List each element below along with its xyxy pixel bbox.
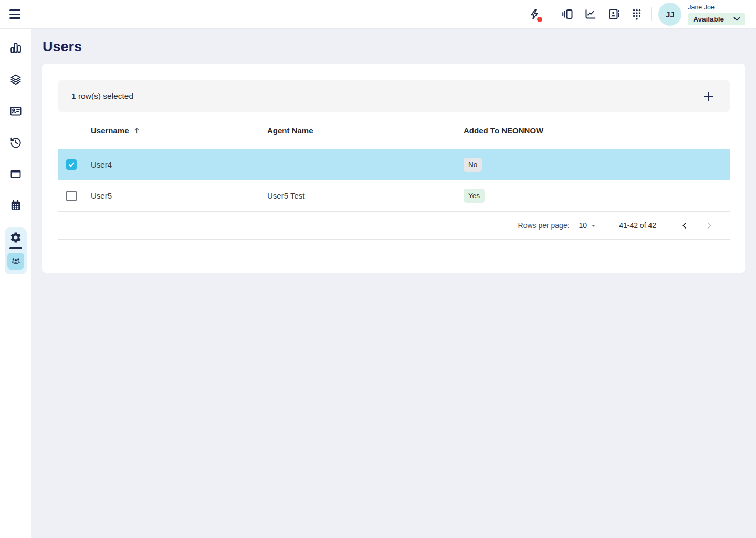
- divider: [553, 7, 553, 21]
- table-header-row: Username Agent Name Added To NEONNOW: [58, 112, 730, 149]
- cell-username: User4: [91, 160, 267, 169]
- menu-toggle-button[interactable]: [9, 7, 23, 21]
- topbar-actions: JJ Jane Joe Available: [523, 3, 756, 26]
- cell-username: User5: [91, 191, 267, 200]
- pagination-bar: Rows per page: 10 41-42 of 42: [58, 212, 730, 240]
- pagination-range: 41-42 of 42: [619, 221, 656, 230]
- chevron-down-icon: [733, 17, 740, 22]
- sidebar-item-contact-card[interactable]: [9, 105, 22, 117]
- main-content: Users 1 row(s) selected Username: [31, 29, 756, 273]
- user-name: Jane Joe: [688, 4, 715, 11]
- gear-icon: [9, 231, 22, 244]
- sidebar-item-window[interactable]: [9, 168, 22, 180]
- selection-count-label: 1 row(s) selected: [71, 91, 133, 101]
- sidebar-settings-group: [5, 227, 27, 274]
- sidebar-item-layers[interactable]: [9, 73, 22, 86]
- browser-window-icon: [9, 168, 22, 180]
- user-block: Jane Joe Available: [688, 4, 746, 25]
- avatar[interactable]: JJ: [658, 3, 681, 26]
- history-icon: [9, 136, 22, 149]
- plus-icon: [702, 90, 715, 102]
- column-header-agent-name[interactable]: Agent Name: [267, 126, 464, 135]
- next-page-button[interactable]: [701, 218, 717, 233]
- chevron-left-icon: [680, 221, 689, 230]
- sidebar: [0, 29, 31, 538]
- panels-button[interactable]: [556, 3, 579, 26]
- table-row[interactable]: User4 No: [58, 149, 730, 180]
- rows-per-page-value: 10: [579, 221, 587, 230]
- line-chart-icon: [584, 8, 597, 20]
- sidebar-item-calendar[interactable]: [9, 199, 22, 212]
- selection-toolbar: 1 row(s) selected: [58, 80, 730, 112]
- rows-per-page-label: Rows per page:: [518, 221, 570, 230]
- flash-notifications-button[interactable]: [523, 3, 546, 26]
- column-label: Username: [91, 126, 129, 135]
- chevron-right-icon: [705, 221, 714, 230]
- status-dropdown[interactable]: Available: [688, 13, 746, 25]
- notification-dot: [537, 17, 542, 22]
- previous-page-button[interactable]: [676, 218, 692, 233]
- divider: [651, 7, 652, 21]
- status-label: Available: [693, 15, 724, 23]
- sort-ascending-icon: [133, 127, 141, 134]
- added-status-badge: No: [464, 158, 482, 172]
- rows-per-page-select[interactable]: 10: [579, 221, 598, 230]
- bar-chart-icon: [9, 42, 22, 54]
- check-icon: [68, 161, 76, 169]
- calendar-icon: [9, 199, 22, 212]
- panels-icon: [561, 8, 574, 20]
- table-row[interactable]: User5 User5 Test Yes: [58, 180, 730, 212]
- select-arrow-icon: [589, 221, 598, 230]
- dialpad-icon: [631, 8, 643, 20]
- analytics-button[interactable]: [579, 3, 602, 26]
- users-group-icon: [10, 255, 22, 267]
- sidebar-item-users[interactable]: [7, 253, 24, 270]
- topbar: JJ Jane Joe Available: [0, 0, 756, 29]
- sidebar-item-settings[interactable]: [9, 231, 22, 244]
- column-header-username[interactable]: Username: [91, 126, 141, 135]
- row-checkbox-unchecked[interactable]: [66, 191, 77, 201]
- sidebar-item-history[interactable]: [9, 136, 22, 149]
- row-checkbox-checked[interactable]: [66, 159, 77, 170]
- added-status-badge: Yes: [464, 189, 485, 203]
- sidebar-group-divider: [9, 247, 22, 249]
- cell-agent-name: User5 Test: [267, 191, 464, 200]
- column-header-added-to-neonnow[interactable]: Added To NEONNOW: [464, 126, 730, 135]
- contact-book-icon: [607, 8, 620, 20]
- add-user-button[interactable]: [700, 88, 716, 104]
- dialpad-button[interactable]: [625, 3, 648, 26]
- sidebar-item-dashboard[interactable]: [9, 42, 22, 54]
- page-title: Users: [43, 39, 756, 55]
- layers-icon: [9, 73, 22, 86]
- contacts-button[interactable]: [602, 3, 625, 26]
- users-card: 1 row(s) selected Username: [42, 64, 746, 273]
- id-card-icon: [9, 105, 22, 117]
